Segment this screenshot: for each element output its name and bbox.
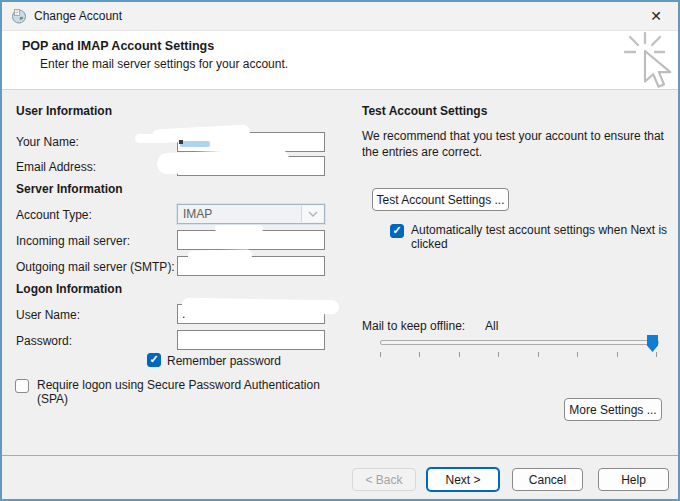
auto-test-label: Automatically test account settings when… (411, 223, 673, 251)
banner-title: POP and IMAP Account Settings (22, 39, 214, 53)
remember-password-label: Remember password (167, 354, 281, 368)
change-account-dialog: Change Account ✕ POP and IMAP Account Se… (0, 0, 680, 501)
mail-offline-value: All (485, 319, 498, 333)
account-type-value: IMAP (178, 207, 301, 221)
mail-offline-label: Mail to keep offline: (362, 319, 465, 333)
cancel-button[interactable]: Cancel (512, 468, 583, 491)
incoming-server-label: Incoming mail server: (16, 234, 130, 248)
password-label: Password: (16, 334, 72, 348)
logon-information-heading: Logon Information (16, 282, 122, 296)
logon-user-name-label: User Name: (16, 308, 80, 322)
offline-slider-ticks (380, 352, 657, 358)
chevron-down-icon (308, 211, 318, 217)
back-button-label: < Back (365, 473, 402, 487)
email-address-label: Email Address: (16, 160, 96, 174)
outgoing-server-label: Outgoing mail server (SMTP): (16, 260, 175, 274)
dropdown-button (301, 206, 323, 222)
test-account-settings-button-label: Test Account Settings ... (376, 193, 504, 207)
test-account-settings-heading: Test Account Settings (362, 104, 487, 118)
help-button-label: Help (621, 473, 646, 487)
redaction-blob (215, 225, 263, 232)
remember-password-checkbox[interactable] (147, 353, 161, 367)
mouse-cursor-click-icon (618, 31, 680, 93)
offline-slider-thumb[interactable] (647, 335, 658, 352)
server-information-heading: Server Information (16, 182, 123, 196)
spa-label: Require logon using Secure Password Auth… (37, 378, 337, 406)
test-account-settings-button[interactable]: Test Account Settings ... (372, 188, 509, 211)
text-selection-remnant (180, 141, 210, 147)
close-icon: ✕ (650, 8, 662, 24)
account-type-select: IMAP (177, 204, 325, 224)
user-information-heading: User Information (16, 104, 112, 118)
banner-subtitle: Enter the mail server settings for your … (40, 57, 288, 71)
redaction-blob (188, 249, 252, 261)
window-title: Change Account (34, 9, 122, 23)
password-input[interactable] (177, 330, 325, 350)
auto-test-checkbox[interactable] (390, 224, 404, 238)
cancel-button-label: Cancel (529, 473, 566, 487)
back-button: < Back (352, 468, 416, 491)
test-account-settings-description: We recommend that you test your account … (362, 128, 668, 160)
title-bar: Change Account ✕ (2, 2, 678, 31)
footer-divider (2, 455, 678, 456)
spa-checkbox[interactable] (15, 379, 29, 393)
close-button[interactable]: ✕ (636, 2, 676, 30)
redaction-blob (182, 298, 339, 315)
next-button[interactable]: Next > (427, 468, 499, 491)
offline-slider-track[interactable] (380, 340, 659, 345)
text-selection-remnant (179, 140, 183, 144)
more-settings-button-label: More Settings ... (569, 403, 656, 417)
account-type-label: Account Type: (16, 208, 92, 222)
app-globe-icon (11, 8, 27, 24)
help-button[interactable]: Help (598, 468, 669, 491)
incoming-server-input[interactable] (177, 230, 325, 250)
your-name-label: Your Name: (16, 135, 79, 149)
next-button-label: Next > (445, 473, 480, 487)
more-settings-button[interactable]: More Settings ... (564, 398, 662, 421)
